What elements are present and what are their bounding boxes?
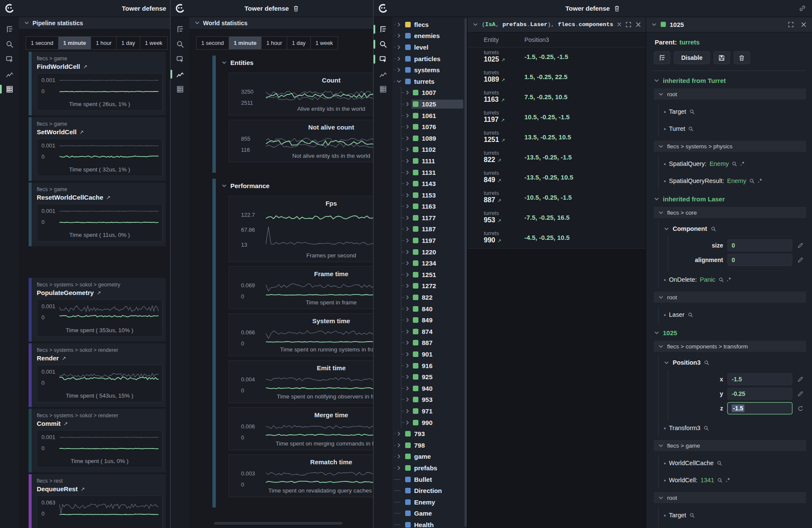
- tree-item-925[interactable]: 925: [392, 371, 467, 383]
- tag-target[interactable]: •Target: [659, 507, 806, 524]
- pair-spatialquery[interactable]: •SpatialQuery:Enemy.*: [659, 155, 806, 172]
- pair-target-link[interactable]: Panic: [700, 276, 715, 283]
- entity-id[interactable]: 1197↗: [484, 116, 505, 124]
- search-icon[interactable]: [711, 226, 716, 232]
- tag-turret[interactable]: •Turret: [659, 524, 806, 528]
- search-icon[interactable]: [688, 312, 693, 318]
- component-position3[interactable]: Position3: [659, 355, 806, 370]
- external-link-icon[interactable]: ↗: [497, 238, 501, 244]
- chevron-down-icon[interactable]: [473, 22, 478, 27]
- tree-item-849[interactable]: 849: [392, 314, 467, 326]
- query-row-822[interactable]: turrets822↗-13.5, -0.25, -1.5: [468, 148, 646, 168]
- chevron-right-icon[interactable]: [405, 192, 410, 198]
- edit-pencil-icon[interactable]: [797, 242, 803, 249]
- delete-button[interactable]: [734, 51, 750, 64]
- tree-item-systems[interactable]: systems: [392, 64, 467, 76]
- tab-1-hour[interactable]: 1 hour: [262, 37, 287, 49]
- tree-item-990[interactable]: 990: [392, 417, 467, 428]
- component-component[interactable]: Component: [659, 221, 806, 236]
- tree-item-bullet[interactable]: Bullet: [392, 474, 467, 485]
- search-icon[interactable]: [689, 513, 695, 518]
- chevron-right-icon[interactable]: [405, 249, 410, 255]
- external-link-icon[interactable]: ↗: [81, 485, 85, 493]
- query-row-1251[interactable]: turrets1251↗13.5, -0.25, 10.5: [468, 128, 646, 148]
- entity-id[interactable]: 849↗: [484, 176, 501, 184]
- chevron-right-icon[interactable]: [405, 420, 410, 425]
- tree-item-flecs[interactable]: flecs: [392, 19, 467, 30]
- chevron-down-icon[interactable]: [651, 22, 657, 27]
- chevron-down-icon[interactable]: [664, 360, 669, 366]
- search-icon[interactable]: [732, 161, 737, 167]
- external-link-icon[interactable]: ↗: [62, 354, 66, 363]
- query-row-1089[interactable]: turrets1089↗1.5, -0.25, 22.5: [468, 68, 646, 88]
- entity-id[interactable]: 822↗: [484, 156, 501, 164]
- tree-item-822[interactable]: 822: [392, 292, 467, 303]
- save-button[interactable]: [714, 51, 730, 64]
- query-row-1025[interactable]: turrets1025↗-1.5, -0.25, -1.5: [468, 47, 646, 68]
- sidebar-item-chart[interactable]: [171, 67, 189, 82]
- tree-item-953[interactable]: 953: [392, 394, 467, 406]
- share-link-icon[interactable]: [799, 5, 806, 12]
- scope-flecs-systems-physics[interactable]: flecs > systems > physics: [654, 141, 806, 152]
- tree-item-enemy[interactable]: Enemy: [392, 496, 467, 508]
- tree-item-1007[interactable]: 1007: [392, 87, 467, 99]
- tree-item-1163[interactable]: 1163: [392, 201, 467, 212]
- chevron-right-icon[interactable]: [405, 124, 410, 130]
- chevron-right-icon[interactable]: [405, 317, 410, 323]
- tree-item-1251[interactable]: 1251: [392, 269, 467, 280]
- scope-flecs-game[interactable]: flecs > game: [654, 440, 806, 451]
- search-icon[interactable]: [717, 478, 723, 483]
- tree-item-prefabs[interactable]: prefabs: [392, 462, 467, 474]
- entity-id[interactable]: 887↗: [484, 196, 501, 204]
- edit-pencil-icon[interactable]: [797, 257, 803, 263]
- chevron-right-icon[interactable]: [405, 408, 410, 414]
- search-icon[interactable]: [717, 460, 722, 466]
- tab-1-day[interactable]: 1 day: [117, 37, 140, 49]
- chevron-down-icon[interactable]: [396, 79, 402, 84]
- chevron-right-icon[interactable]: [396, 431, 402, 437]
- query-expression[interactable]: (IsA, prefabs.Laser), flecs.components: [482, 21, 613, 28]
- tree-item-1102[interactable]: 1102: [392, 144, 467, 156]
- entity-id[interactable]: 953↗: [484, 216, 501, 224]
- tag-turret[interactable]: •Turret: [659, 120, 806, 137]
- external-link-icon[interactable]: ↗: [497, 178, 501, 183]
- chevron-right-icon[interactable]: [405, 158, 410, 164]
- trash-icon[interactable]: [614, 5, 620, 12]
- chevron-right-icon[interactable]: [396, 56, 402, 62]
- external-link-icon[interactable]: ↗: [64, 419, 68, 428]
- external-link-icon[interactable]: ↗: [497, 218, 501, 224]
- field-input[interactable]: 0: [727, 239, 792, 251]
- entity-id[interactable]: 1025↗: [484, 56, 505, 63]
- clear-query-icon[interactable]: [617, 22, 622, 27]
- tree-item-887[interactable]: 887: [392, 337, 467, 349]
- query-row-849[interactable]: turrets849↗-13.5, -0.25, 10.5: [468, 168, 646, 188]
- chevron-right-icon[interactable]: [405, 363, 410, 369]
- horizontal-scrollbar[interactable]: [214, 522, 342, 525]
- search-icon[interactable]: [688, 126, 694, 132]
- field-input[interactable]: 0: [727, 254, 792, 266]
- tree-item-1197[interactable]: 1197: [392, 235, 467, 246]
- entity-id[interactable]: 990↗: [484, 236, 501, 244]
- sidebar-item-search[interactable]: [374, 37, 392, 52]
- sidebar-item-query[interactable]: [374, 52, 392, 67]
- chevron-right-icon[interactable]: [405, 260, 410, 266]
- tree-item-971[interactable]: 971: [392, 405, 467, 417]
- chevron-right-icon[interactable]: [405, 374, 410, 380]
- pair-target-link[interactable]: Enemy: [709, 160, 729, 167]
- chevron-right-icon[interactable]: [396, 442, 402, 448]
- chevron-right-icon[interactable]: [405, 181, 410, 186]
- system-name[interactable]: DequeueRest↗: [37, 485, 162, 493]
- chevron-right-icon[interactable]: [396, 465, 402, 471]
- sidebar-item-tree[interactable]: [0, 22, 19, 37]
- chevron-right-icon[interactable]: [405, 295, 410, 300]
- external-link-icon[interactable]: ↗: [106, 193, 111, 202]
- external-link-icon[interactable]: ↗: [97, 289, 101, 297]
- undo-icon[interactable]: [797, 405, 803, 412]
- column-position3[interactable]: Position3: [524, 36, 549, 43]
- pair-ondelete[interactable]: •OnDelete:Panic.*: [659, 271, 806, 288]
- pair-worldcell[interactable]: •WorldCell:1341.*: [659, 472, 806, 489]
- query-row-990[interactable]: turrets990↗-4.5, -0.25, 10.5: [468, 228, 646, 248]
- entity-id[interactable]: 1251↗: [484, 136, 505, 144]
- chevron-right-icon[interactable]: [405, 136, 410, 141]
- tree-item-turrets[interactable]: turrets: [392, 76, 467, 87]
